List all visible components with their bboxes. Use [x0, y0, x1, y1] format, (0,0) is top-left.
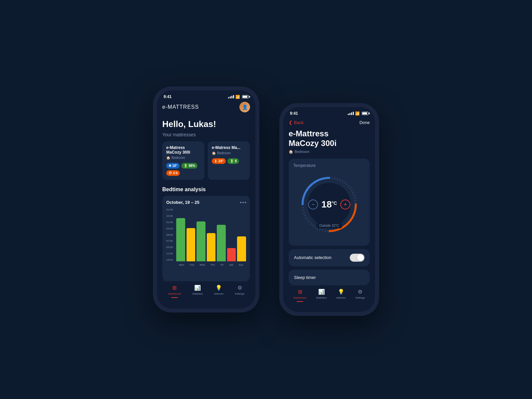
bottom-nav-1: ⊞ Dashboard 📊 Statistics 💡 Advices ⚙: [162, 281, 250, 300]
badge-time-1: ⏱ 4 h: [166, 170, 180, 176]
auto-selection-toggle[interactable]: [350, 254, 364, 262]
status-icons-1: 📶: [228, 95, 249, 99]
nav-statistics-1[interactable]: 📊 Statistics: [192, 285, 203, 298]
dashboard-icon-1: ⊞: [172, 285, 177, 291]
card-1-title: e-Matress MaCozy 300i: [166, 145, 200, 155]
chart-bars-area: Mon Tue Wed Thu Fri Sat Sun: [176, 208, 246, 266]
home-icon-1: 🏠: [166, 156, 170, 160]
signal-icon-2: [348, 112, 354, 115]
card-2-title: e-Matress Ma...: [212, 145, 246, 150]
chart-period: October, 19 – 25: [166, 200, 200, 205]
nav-dashboard-1[interactable]: ⊞ Dashboard: [168, 285, 181, 298]
phone-2-content: ❮ Back Done e-Mattress MaCozy 300i 🏠 Bed…: [283, 117, 375, 309]
badge-battery-1: 🔋 98%: [181, 163, 198, 169]
temp-section-label: Temperature: [293, 163, 365, 168]
bar-sun: [237, 236, 246, 261]
phone-2-screen: 9:41 📶 ❮ Back Done: [283, 107, 375, 312]
time-display-2: 9:41: [290, 111, 298, 116]
chart-area: 21:00 23:00 01:00 03:00 05:00 07:00 09:0…: [166, 208, 246, 266]
bottom-nav-2: ⊞ Dashboard 📊 Statistics 💡 Advices ⚙: [289, 285, 370, 304]
settings-icon-2: ⚙: [358, 289, 362, 295]
temp-icon-2: 🌡: [214, 159, 217, 163]
dots-menu[interactable]: [240, 202, 246, 203]
statistics-icon-2: 📊: [318, 289, 325, 295]
phone-1: 9:41 📶 e-MATTRESS 👤: [153, 86, 259, 313]
auto-selection-label: Automatic selection: [294, 255, 332, 260]
advices-icon-1: 💡: [215, 285, 222, 291]
done-button[interactable]: Done: [359, 120, 370, 125]
toggle-knob: [357, 254, 364, 261]
card-2-location: 🏠 Bedroom: [212, 151, 246, 155]
chart-x-labels: Mon Tue Wed Thu Fri Sat Sun: [176, 263, 246, 266]
wifi-icon-2: 📶: [355, 111, 360, 116]
signal-icon-1: [228, 95, 234, 98]
bar-wed: [197, 221, 205, 261]
nav-dashboard-2[interactable]: ⊞ Dashboard: [293, 289, 306, 302]
nav-indicator-1: [171, 297, 178, 298]
dashboard-icon-2: ⊞: [298, 289, 302, 295]
phone-1-content: e-MATTRESS 👤 Hello, Lukas! Your mattress…: [157, 100, 255, 305]
temp-icon-1: ❄: [169, 164, 171, 168]
nav-advices-1[interactable]: 💡 Advices: [214, 285, 223, 298]
badge-temp-1: ❄ 18°: [166, 163, 180, 169]
chart-y-labels: 21:00 23:00 01:00 03:00 05:00 07:00 09:0…: [166, 208, 174, 261]
bars-wrapper: [176, 208, 246, 261]
avatar-1[interactable]: 👤: [239, 102, 250, 112]
analysis-title: Bedtime analysis: [162, 187, 250, 193]
back-button[interactable]: ❮ Back: [289, 120, 304, 125]
outside-temp-display: Outside 32°C: [316, 223, 342, 228]
temperature-dial: − 18 °C + Outside 32°C: [296, 171, 362, 238]
home-icon-device: 🏠: [289, 150, 293, 154]
nav-settings-1[interactable]: ⚙ Settings: [235, 285, 244, 298]
advices-icon-2: 💡: [338, 289, 344, 295]
nav-settings-2[interactable]: ⚙ Settings: [355, 289, 365, 302]
sleep-timer-card: Sleep timer: [289, 270, 370, 285]
phone-2: 9:41 📶 ❮ Back Done: [279, 103, 379, 316]
chart-container: October, 19 – 25 21:00 23:00 01:00 03:: [162, 196, 250, 281]
badge-temp-2: 🌡 24°: [212, 158, 226, 164]
temp-card: Temperature: [289, 159, 370, 246]
nav-advices-2[interactable]: 💡 Advices: [336, 289, 346, 302]
dial-controls: − 18 °C +: [308, 199, 350, 210]
nav-header-2: ❮ Back Done: [289, 117, 370, 129]
device-location: 🏠 Bedroom: [289, 150, 370, 154]
battery-icon-2: [362, 112, 368, 115]
device-title: e-Mattress MaCozy 300i: [289, 129, 370, 148]
nav-statistics-2[interactable]: 📊 Statistics: [316, 289, 327, 302]
time-display-1: 9:41: [164, 94, 172, 99]
status-bar-1: 9:41 📶: [157, 90, 255, 100]
card-1-location: 🏠 Bedroom: [166, 156, 200, 160]
phones-container: 9:41 📶 e-MATTRESS 👤: [153, 83, 379, 316]
bar-sat: [227, 248, 236, 261]
chart-header: October, 19 – 25: [166, 200, 246, 205]
bar-thu: [207, 233, 216, 261]
phone-1-screen: 9:41 📶 e-MATTRESS 👤: [157, 90, 255, 309]
mattress-cards: e-Matress MaCozy 300i 🏠 Bedroom ❄ 18° �: [162, 141, 250, 180]
auto-selection-row: Automatic selection: [289, 249, 370, 266]
battery-icon-badge-2: 🔋: [230, 159, 234, 163]
greeting: Hello, Lukas!: [162, 119, 250, 129]
battery-icon-1: [242, 95, 249, 98]
app-title-1: e-MATTRESS: [162, 104, 199, 110]
status-bar-2: 9:41 📶: [283, 107, 375, 117]
clock-icon-1: ⏱: [169, 171, 172, 175]
card-1-badges: ❄ 18° 🔋 98% ⏱ 4 h: [166, 163, 200, 176]
mattress-card-2[interactable]: e-Matress Ma... 🏠 Bedroom 🌡 24° 🔋: [208, 141, 250, 180]
status-icons-2: 📶: [348, 111, 368, 116]
bar-fri: [217, 225, 226, 261]
card-2-badges: 🌡 24° 🔋 8: [212, 158, 246, 164]
statistics-icon-1: 📊: [194, 285, 201, 291]
bar-tue: [187, 228, 196, 261]
badge-battery-2: 🔋 8: [227, 158, 239, 164]
app-header-1: e-MATTRESS 👤: [162, 100, 250, 112]
temp-display: 18 °C: [322, 199, 337, 210]
temp-decrease-button[interactable]: −: [308, 200, 318, 209]
sleep-timer-label: Sleep timer: [294, 275, 316, 280]
wifi-icon-1: 📶: [235, 95, 240, 99]
mattresses-section-label: Your mattresses: [162, 132, 250, 137]
battery-icon-badge-1: 🔋: [184, 164, 188, 168]
mattress-card-1[interactable]: e-Matress MaCozy 300i 🏠 Bedroom ❄ 18° �: [162, 141, 204, 180]
temp-increase-button[interactable]: +: [340, 200, 350, 209]
bar-mon: [176, 218, 185, 261]
chevron-left-icon: ❮: [289, 120, 293, 125]
